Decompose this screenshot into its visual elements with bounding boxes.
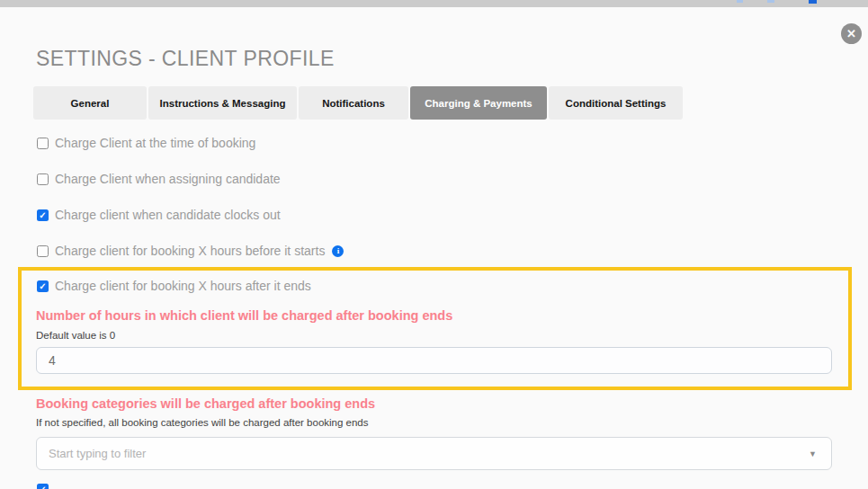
booking-categories-heading: Booking categories will be charged after… <box>36 396 375 411</box>
hours-after-note: Default value is 0 <box>36 330 115 341</box>
checkbox-label: Charge client for booking X hours before… <box>55 244 325 258</box>
checkbox-label: Charge Client at the time of booking <box>55 136 255 150</box>
tab-notifications[interactable]: Notifications <box>299 86 408 120</box>
checkbox-row-charge-hours-after[interactable]: ✓ Charge client for booking X hours afte… <box>37 279 311 293</box>
checkbox-label: Charge client when candidate clocks out <box>55 208 281 222</box>
browser-top-strip <box>0 0 868 7</box>
clipped-toolbar-icon <box>809 0 817 4</box>
checkbox-unchecked[interactable] <box>37 245 49 257</box>
settings-modal: ✕ SETTINGS - CLIENT PROFILE General Inst… <box>0 0 868 489</box>
checkbox-checked[interactable]: ✓ <box>37 280 49 292</box>
close-icon[interactable]: ✕ <box>841 23 862 44</box>
checkbox-label: Charge client for booking X hours after … <box>55 279 311 293</box>
checkbox-unchecked[interactable] <box>37 138 49 149</box>
booking-categories-note: If not specified, all booking categories… <box>36 417 369 428</box>
hours-after-input[interactable] <box>36 347 832 374</box>
checkbox-checked[interactable]: ✓ <box>37 484 49 489</box>
highlighted-hours-after-section: ✓ Charge client for booking X hours afte… <box>18 267 852 390</box>
hours-after-heading: Number of hours in which client will be … <box>36 308 452 323</box>
checkbox-unchecked[interactable] <box>37 173 49 185</box>
booking-categories-filter[interactable]: Start typing to filter ▼ <box>36 437 832 470</box>
checkbox-row-charge-hours-before[interactable]: Charge client for booking X hours before… <box>37 244 344 258</box>
page-title: SETTINGS - CLIENT PROFILE <box>36 47 335 71</box>
chevron-down-icon[interactable]: ▼ <box>809 449 817 458</box>
tab-charging-payments[interactable]: Charging & Payments <box>410 86 547 120</box>
clipped-toolbar-icon <box>737 0 743 3</box>
checkbox-checked[interactable]: ✓ <box>37 209 49 221</box>
filter-placeholder: Start typing to filter <box>49 447 809 460</box>
checkbox-row-charge-when-assigning[interactable]: Charge Client when assigning candidate <box>37 172 281 186</box>
clipped-bottom-checkbox-row[interactable]: ✓ <box>37 484 55 489</box>
checkbox-row-charge-at-booking[interactable]: Charge Client at the time of booking <box>37 136 255 150</box>
clipped-toolbar-icon <box>767 0 774 3</box>
tab-general[interactable]: General <box>33 86 147 120</box>
tab-instructions-messaging[interactable]: Instructions & Messaging <box>148 86 297 120</box>
tab-conditional-settings[interactable]: Conditional Settings <box>549 86 683 120</box>
info-icon[interactable]: i <box>332 245 344 257</box>
checkbox-label: Charge Client when assigning candidate <box>55 172 281 186</box>
settings-tab-bar: General Instructions & Messaging Notific… <box>33 86 683 120</box>
checkbox-row-charge-clocks-out[interactable]: ✓ Charge client when candidate clocks ou… <box>37 208 281 222</box>
